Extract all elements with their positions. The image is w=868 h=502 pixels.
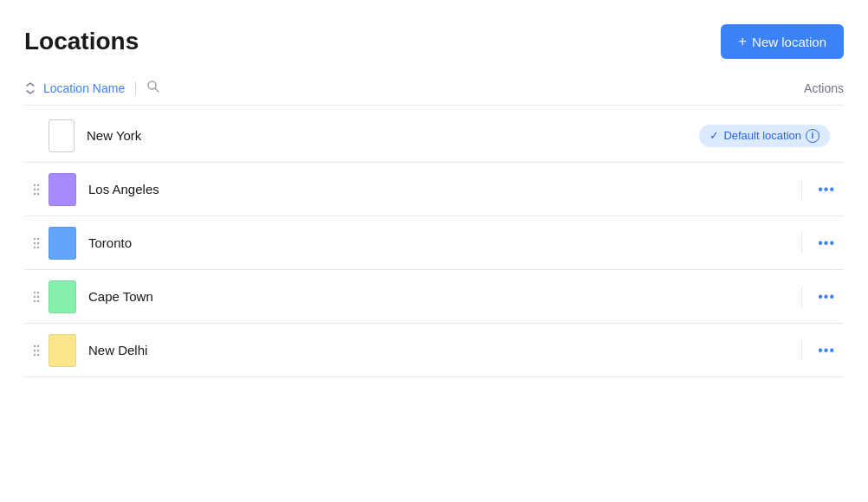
toolbar-divider (135, 81, 136, 95)
plus-icon: + (738, 33, 747, 50)
page-title: Locations (24, 28, 139, 55)
svg-point-16 (34, 295, 36, 297)
svg-point-2 (34, 183, 36, 185)
location-icon (49, 119, 74, 152)
more-actions-button[interactable]: ••• (813, 232, 840, 254)
default-label: Default location (723, 129, 801, 142)
row-actions: ••• (798, 178, 844, 201)
table-toolbar: Location Name Actions (24, 80, 844, 106)
drag-handle[interactable] (24, 236, 49, 250)
location-name: Toronto (88, 235, 798, 250)
svg-point-22 (34, 349, 36, 351)
ellipsis-icon: ••• (818, 289, 835, 305)
toolbar-left: Location Name (24, 80, 160, 96)
ellipsis-icon: ••• (818, 235, 835, 251)
search-icon[interactable] (146, 80, 160, 96)
svg-point-15 (37, 291, 39, 293)
drag-handle[interactable] (24, 183, 49, 196)
svg-point-13 (37, 246, 39, 248)
svg-point-12 (34, 246, 36, 248)
info-icon[interactable]: i (806, 129, 819, 143)
svg-point-19 (37, 299, 39, 301)
svg-line-1 (155, 88, 159, 92)
row-divider (801, 340, 802, 361)
svg-point-6 (34, 192, 36, 194)
new-location-button[interactable]: + New location (721, 24, 844, 59)
row-actions: ••• (798, 232, 844, 254)
column-location-name[interactable]: Location Name (43, 81, 125, 95)
list-item: New Delhi••• (24, 324, 844, 377)
svg-point-11 (37, 241, 39, 243)
location-name: Los Angeles (88, 182, 798, 196)
svg-point-14 (34, 291, 36, 293)
ellipsis-icon: ••• (818, 182, 835, 197)
location-name: New Delhi (88, 343, 798, 357)
row-divider (801, 179, 802, 200)
drag-handle[interactable] (24, 344, 49, 357)
row-actions: ••• (798, 339, 844, 362)
svg-point-9 (37, 237, 39, 239)
svg-point-7 (37, 192, 39, 194)
list-item: Los Angeles••• (24, 163, 844, 216)
actions-column-header: Actions (804, 81, 844, 95)
svg-point-20 (34, 344, 36, 346)
more-actions-button[interactable]: ••• (813, 286, 840, 308)
svg-point-21 (37, 344, 39, 346)
ellipsis-icon: ••• (818, 343, 835, 358)
location-icon (49, 227, 76, 260)
row-actions: ✓ Default location i (699, 125, 844, 147)
row-divider (801, 286, 802, 307)
list-item: Cape Town••• (24, 270, 844, 324)
svg-point-25 (37, 353, 39, 355)
location-name: Cape Town (88, 289, 798, 304)
check-icon: ✓ (709, 129, 719, 142)
location-name: New York (87, 128, 699, 143)
more-actions-button[interactable]: ••• (813, 178, 840, 201)
svg-point-3 (37, 183, 39, 185)
list-item: New York ✓ Default location i (24, 109, 844, 163)
location-icon (49, 280, 76, 313)
list-item: Toronto••• (24, 216, 844, 270)
svg-point-24 (34, 353, 36, 355)
page-container: Locations + New location Location Name A… (0, 0, 868, 377)
new-location-label: New location (752, 35, 826, 49)
svg-point-17 (37, 295, 39, 297)
drag-handle[interactable] (24, 290, 49, 304)
location-icon (49, 334, 76, 367)
location-icon (49, 173, 76, 206)
svg-point-8 (34, 237, 36, 239)
svg-point-5 (37, 188, 39, 190)
page-header: Locations + New location (24, 24, 844, 59)
sort-icon[interactable] (24, 82, 36, 94)
svg-point-10 (34, 241, 36, 243)
svg-point-4 (34, 188, 36, 190)
location-list: New York ✓ Default location i Los Angele… (24, 109, 844, 377)
row-actions: ••• (798, 286, 844, 308)
default-badge: ✓ Default location i (699, 125, 830, 147)
svg-point-18 (34, 299, 36, 301)
more-actions-button[interactable]: ••• (813, 339, 840, 362)
svg-point-23 (37, 349, 39, 351)
row-divider (801, 233, 802, 254)
